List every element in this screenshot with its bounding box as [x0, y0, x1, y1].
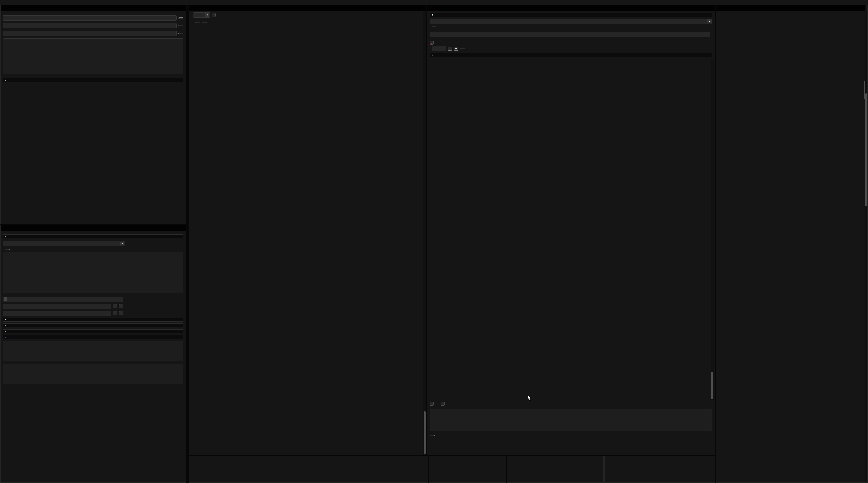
update-commit-button[interactable] [432, 26, 436, 27]
chevron-right-icon: ▶ [432, 54, 433, 56]
token-budget-header[interactable]: ▼ [3, 318, 183, 322]
keep-pairs-plus-button[interactable]: + [454, 46, 458, 51]
focus-agent-select[interactable]: ▼ [193, 12, 210, 18]
main-context-file-input[interactable] [3, 23, 177, 28]
pop-out-message-checkbox[interactable] [430, 402, 434, 406]
max-tokens-input[interactable] [3, 303, 111, 309]
menu-bar [0, 0, 868, 5]
chevron-down-icon: ▼ [5, 324, 6, 327]
auto-add-checkbox[interactable]: ✓ [430, 41, 434, 44]
pop-out-response-checkbox[interactable] [441, 402, 445, 406]
history-truncation-minus-button[interactable]: - [113, 311, 117, 315]
chevron-down-icon: ▼ [432, 14, 433, 16]
chevron-right-icon: ▶ [5, 79, 6, 81]
max-tokens-minus-button[interactable]: - [113, 304, 117, 308]
discussion-list-scrollbar-thumb[interactable] [711, 372, 713, 399]
chevron-down-icon: ▼ [5, 235, 6, 237]
temperature-slider[interactable] [3, 296, 123, 302]
tool-usage-analytics-header[interactable]: ▼ [3, 323, 183, 327]
tier-4-panel [604, 456, 715, 483]
discussion-hub-panel: ▼ ▼ ✓ - + ▶ [427, 5, 715, 455]
project-prompt-textarea[interactable] [3, 364, 183, 384]
session-insights-header[interactable]: ▼ [3, 329, 183, 333]
ops-log-scrollbar-thumb[interactable] [424, 411, 426, 454]
model-listbox [3, 252, 183, 293]
discussion-list-scrollbar[interactable] [711, 59, 714, 399]
slider-grab[interactable] [4, 297, 7, 301]
max-tokens-plus-button[interactable]: + [119, 304, 123, 308]
truncate-button[interactable] [460, 48, 465, 49]
to-history-button[interactable] [430, 435, 435, 436]
tier-3-panel [507, 456, 603, 483]
pop-out-tool-calls-checkbox[interactable] [212, 13, 216, 17]
discussion-name-input[interactable] [430, 32, 710, 37]
fetch-models-button[interactable] [5, 249, 10, 250]
operations-hub-panel: ▼ [189, 5, 426, 455]
git-directory-input[interactable] [3, 15, 177, 21]
diagnostics-table [718, 13, 864, 13]
chevron-down-icon: ▼ [5, 318, 6, 321]
diagnostics-panel-scrollbar-thumb[interactable] [865, 93, 867, 206]
diagnostics-panel-scrollbar[interactable] [865, 5, 867, 482]
history-truncation-plus-button[interactable]: + [119, 311, 123, 315]
keep-pairs-minus-button[interactable]: - [448, 46, 452, 51]
chevron-down-icon: ▼ [205, 13, 209, 17]
diagnostics-panel [716, 5, 868, 483]
roles-header[interactable]: ▶ [430, 53, 712, 57]
provider-select[interactable]: ▼ [3, 241, 125, 246]
chevron-down-icon: ▼ [120, 242, 124, 246]
context-hub-content: ▶ [1, 11, 186, 224]
provider-model-header[interactable]: ▼ [3, 234, 183, 238]
operations-hub-content: ▼ [189, 11, 426, 455]
mouse-cursor [528, 395, 532, 401]
output-dir-input[interactable] [3, 31, 177, 36]
global-prompt-textarea[interactable] [3, 341, 183, 361]
chevron-down-icon: ▼ [5, 336, 6, 339]
agent-tools-header[interactable]: ▶ [3, 78, 183, 82]
diagnostics-content [716, 11, 867, 482]
main-context-file-browse-button[interactable] [178, 25, 183, 27]
chevron-down-icon: ▼ [707, 20, 712, 23]
context-hub-panel: ▶ [0, 5, 186, 224]
tier-1-panel [189, 456, 428, 483]
clear-button[interactable] [195, 22, 200, 23]
discussion-hub-tabbar [428, 5, 715, 11]
load-log-button[interactable] [202, 22, 207, 23]
discussion-hub-content: ▼ ▼ ✓ - + ▶ [428, 11, 715, 455]
project-files-list [3, 38, 183, 74]
context-hub-tabbar [1, 5, 186, 11]
system-prompts-header[interactable]: ▼ [3, 335, 183, 339]
operations-hub-tabbar [189, 5, 426, 11]
ops-log-scrollbar[interactable] [423, 11, 426, 455]
output-dir-browse-button[interactable] [178, 33, 183, 34]
message-editor[interactable] [430, 409, 712, 431]
keep-pairs-input[interactable] [432, 46, 446, 51]
discussions-header[interactable]: ▼ [430, 13, 712, 17]
discussion-select[interactable]: ▼ [430, 19, 712, 24]
diagnostics-tabbar [716, 5, 867, 11]
ai-settings-panel: ▼ ▼ - + - + ▼ [0, 225, 186, 483]
git-directory-browse-button[interactable] [178, 18, 183, 19]
discussion-message-list [430, 59, 712, 399]
history-truncation-input[interactable] [3, 311, 111, 316]
ai-settings-tabbar [1, 225, 186, 231]
tier-2-panel [429, 456, 506, 483]
ai-settings-content: ▼ ▼ - + - + ▼ [1, 231, 186, 482]
chevron-down-icon: ▼ [5, 330, 6, 332]
